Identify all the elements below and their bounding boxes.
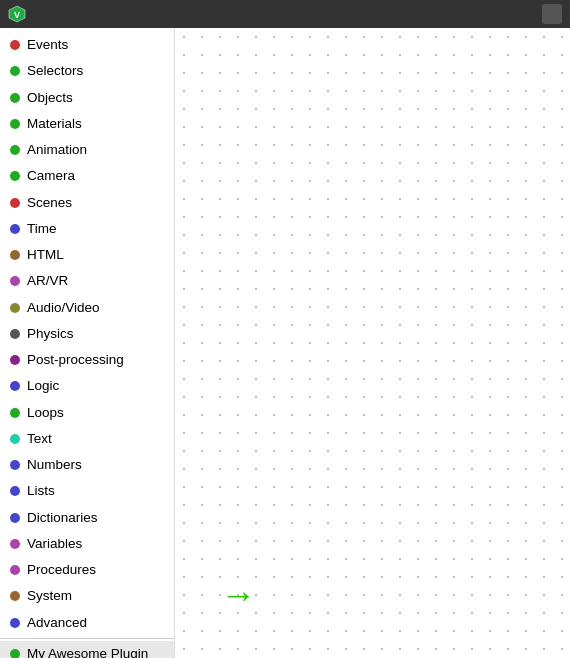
- category-dot: [10, 486, 20, 496]
- category-dot: [10, 171, 20, 181]
- category-dot: [10, 618, 20, 628]
- sidebar-item-label: System: [27, 586, 72, 606]
- sidebar-item-label: Variables: [27, 534, 82, 554]
- sidebar-item-time[interactable]: Time: [0, 216, 174, 242]
- main-layout: EventsSelectorsObjectsMaterialsAnimation…: [0, 28, 570, 658]
- sidebar-item-label: Objects: [27, 88, 73, 108]
- sidebar-item-label: Selectors: [27, 61, 83, 81]
- sidebar-item-numbers[interactable]: Numbers: [0, 452, 174, 478]
- app-header: V: [0, 0, 570, 28]
- category-dot: [10, 408, 20, 418]
- content-area: ←: [175, 28, 570, 658]
- category-dot: [10, 381, 20, 391]
- sidebar-item-label: AR/VR: [27, 271, 68, 291]
- sidebar-item-objects[interactable]: Objects: [0, 85, 174, 111]
- sidebar-item-label: Lists: [27, 481, 55, 501]
- category-dot: [10, 329, 20, 339]
- category-dot: [10, 355, 20, 365]
- category-dot: [10, 303, 20, 313]
- sidebar-item-camera[interactable]: Camera: [0, 163, 174, 189]
- sidebar-item-scenes[interactable]: Scenes: [0, 190, 174, 216]
- sidebar-plugin-my-awesome-plugin[interactable]: My Awesome Plugin: [0, 641, 174, 658]
- sidebar-item-animation[interactable]: Animation: [0, 137, 174, 163]
- category-dot: [10, 66, 20, 76]
- sidebar-item-label: HTML: [27, 245, 64, 265]
- sidebar-item-label: Physics: [27, 324, 74, 344]
- sidebar-item-text[interactable]: Text: [0, 426, 174, 452]
- category-dot: [10, 539, 20, 549]
- sidebar-item-label: Text: [27, 429, 52, 449]
- sidebar-item-label: Procedures: [27, 560, 96, 580]
- sidebar-separator: [0, 638, 174, 639]
- category-dot: [10, 591, 20, 601]
- category-dot: [10, 145, 20, 155]
- sidebar-plugin-label: My Awesome Plugin: [27, 644, 148, 658]
- sidebar-item-dictionaries[interactable]: Dictionaries: [0, 505, 174, 531]
- plugin-dot: [10, 649, 20, 658]
- sidebar-item-label: Time: [27, 219, 57, 239]
- sidebar-item-label: Animation: [27, 140, 87, 160]
- sidebar-item-variables[interactable]: Variables: [0, 531, 174, 557]
- category-dot: [10, 198, 20, 208]
- sidebar-item-post-processing[interactable]: Post-processing: [0, 347, 174, 373]
- sidebar-item-label: Advanced: [27, 613, 87, 633]
- sidebar-item-html[interactable]: HTML: [0, 242, 174, 268]
- sidebar-item-label: Post-processing: [27, 350, 124, 370]
- sidebar-item-label: Audio/Video: [27, 298, 100, 318]
- sidebar-item-procedures[interactable]: Procedures: [0, 557, 174, 583]
- arrow-indicator: ←: [220, 574, 256, 616]
- category-dot: [10, 93, 20, 103]
- svg-text:V: V: [14, 10, 20, 20]
- category-dot: [10, 224, 20, 234]
- sidebar-item-materials[interactable]: Materials: [0, 111, 174, 137]
- category-dot: [10, 513, 20, 523]
- category-dot: [10, 276, 20, 286]
- category-dot: [10, 460, 20, 470]
- add-tab-button[interactable]: [542, 4, 562, 24]
- sidebar-item-logic[interactable]: Logic: [0, 373, 174, 399]
- sidebar-item-events[interactable]: Events: [0, 32, 174, 58]
- sidebar-item-loops[interactable]: Loops: [0, 400, 174, 426]
- sidebar-item-label: Camera: [27, 166, 75, 186]
- sidebar-item-label: Events: [27, 35, 68, 55]
- sidebar-item-label: Loops: [27, 403, 64, 423]
- category-dot: [10, 119, 20, 129]
- sidebar-item-system[interactable]: System: [0, 583, 174, 609]
- sidebar-item-label: Numbers: [27, 455, 82, 475]
- sidebar-item-ar-vr[interactable]: AR/VR: [0, 268, 174, 294]
- sidebar-item-physics[interactable]: Physics: [0, 321, 174, 347]
- sidebar-item-label: Dictionaries: [27, 508, 98, 528]
- sidebar-item-advanced[interactable]: Advanced: [0, 610, 174, 636]
- app-logo: V: [8, 5, 26, 23]
- category-dot: [10, 250, 20, 260]
- sidebar-item-selectors[interactable]: Selectors: [0, 58, 174, 84]
- category-dot: [10, 565, 20, 575]
- category-dot: [10, 40, 20, 50]
- category-dot: [10, 434, 20, 444]
- sidebar-item-audio-video[interactable]: Audio/Video: [0, 295, 174, 321]
- sidebar-item-label: Logic: [27, 376, 59, 396]
- sidebar-item-label: Scenes: [27, 193, 72, 213]
- sidebar-item-label: Materials: [27, 114, 82, 134]
- sidebar: EventsSelectorsObjectsMaterialsAnimation…: [0, 28, 175, 658]
- sidebar-item-lists[interactable]: Lists: [0, 478, 174, 504]
